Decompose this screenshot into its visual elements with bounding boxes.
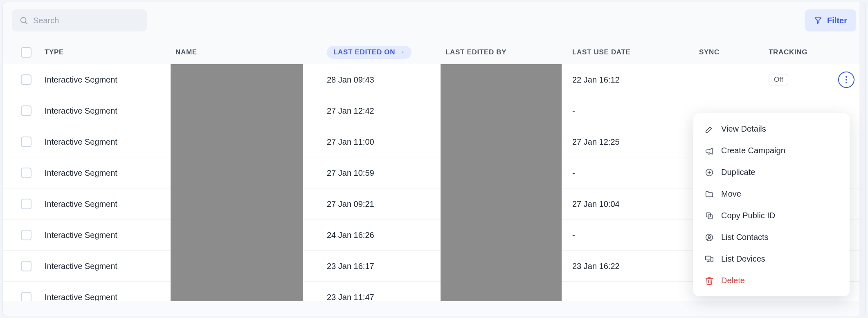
header-last-edited-on[interactable]: LAST EDITED ON <box>327 46 445 59</box>
scrollbar-track[interactable] <box>859 2 865 316</box>
menu-label: List Contacts <box>721 233 769 242</box>
cell-name <box>175 126 327 157</box>
menu-delete[interactable]: Delete <box>693 270 850 291</box>
folder-icon <box>705 190 714 199</box>
search-input[interactable] <box>33 16 139 25</box>
sort-pill-label: LAST EDITED ON <box>333 48 395 56</box>
cell-type: Interactive Segment <box>45 293 175 302</box>
cell-last-edited-on: 24 Jan 16:26 <box>327 231 445 240</box>
menu-label: Copy Public ID <box>721 211 775 220</box>
sort-pill[interactable]: LAST EDITED ON <box>327 46 412 59</box>
redacted-block <box>441 251 562 282</box>
cell-type: Interactive Segment <box>45 168 175 178</box>
filter-button[interactable]: Filter <box>805 9 856 31</box>
pencil-icon <box>705 125 714 134</box>
filter-label: Filter <box>827 16 847 25</box>
menu-label: Delete <box>721 276 745 285</box>
row-checkbox[interactable] <box>21 230 31 240</box>
cell-last-use-date: 27 Jan 10:04 <box>572 199 699 209</box>
header-tracking[interactable]: TRACKING <box>769 48 838 56</box>
devices-icon <box>705 255 714 264</box>
cell-last-edited-on: 27 Jan 12:42 <box>327 106 445 116</box>
cell-last-edited-by <box>445 126 572 157</box>
row-checkbox[interactable] <box>21 199 31 209</box>
table-row[interactable]: Interactive Segment 28 Jan 09:43 22 Jan … <box>3 64 865 95</box>
svg-rect-12 <box>711 258 713 262</box>
redacted-block <box>441 188 562 219</box>
header-type[interactable]: TYPE <box>45 48 175 56</box>
redacted-block <box>441 126 562 157</box>
row-context-menu: View Details Create Campaign Duplicate M… <box>693 113 850 296</box>
redacted-block <box>441 64 562 95</box>
redacted-block <box>171 282 303 301</box>
svg-rect-9 <box>706 256 711 260</box>
cell-name <box>175 157 327 188</box>
cell-last-use-date: 22 Jan 16:12 <box>572 75 699 85</box>
kebab-icon <box>846 76 847 83</box>
cell-last-edited-on: 27 Jan 10:59 <box>327 168 445 178</box>
svg-point-7 <box>706 234 713 241</box>
cell-name <box>175 188 327 219</box>
redacted-block <box>171 188 303 219</box>
redacted-block <box>171 64 303 95</box>
redacted-block <box>171 251 303 282</box>
cell-type: Interactive Segment <box>45 262 175 271</box>
row-checkbox[interactable] <box>21 105 31 116</box>
row-checkbox[interactable] <box>21 74 31 85</box>
segments-page: Filter TYPE NAME LAST EDITED ON LAST EDI… <box>2 2 866 316</box>
redacted-block <box>441 157 562 188</box>
header-name[interactable]: NAME <box>175 48 327 56</box>
cell-type: Interactive Segment <box>45 199 175 209</box>
menu-duplicate[interactable]: Duplicate <box>693 161 850 183</box>
menu-view-details[interactable]: View Details <box>693 118 850 140</box>
header-sync[interactable]: SYNC <box>699 48 769 56</box>
svg-line-1 <box>25 22 27 24</box>
select-all-checkbox[interactable] <box>21 47 31 58</box>
menu-copy-public-id[interactable]: Copy Public ID <box>693 205 850 226</box>
row-actions-button[interactable] <box>838 72 855 88</box>
row-checkbox[interactable] <box>21 168 31 178</box>
redacted-block <box>441 95 562 126</box>
cell-last-use-date: - <box>572 168 699 178</box>
copy-icon <box>705 211 714 220</box>
cell-last-use-date: - <box>572 106 699 116</box>
filter-icon <box>814 16 823 25</box>
row-checkbox[interactable] <box>21 137 31 147</box>
cell-last-edited-by <box>445 188 572 219</box>
cell-type: Interactive Segment <box>45 106 175 116</box>
cell-tracking: Off <box>769 74 838 85</box>
cell-name <box>175 64 327 95</box>
chevron-down-icon <box>401 50 405 54</box>
search-icon <box>19 16 28 25</box>
redacted-block <box>171 126 303 157</box>
menu-move[interactable]: Move <box>693 183 850 205</box>
cell-name <box>175 219 327 251</box>
redacted-block <box>441 219 562 251</box>
menu-create-campaign[interactable]: Create Campaign <box>693 140 850 161</box>
search-box[interactable] <box>12 9 147 31</box>
header-last-edited-by[interactable]: LAST EDITED BY <box>445 48 572 56</box>
menu-label: Duplicate <box>721 168 755 177</box>
cell-last-edited-on: 23 Jan 16:17 <box>327 262 445 271</box>
header-last-use-date[interactable]: LAST USE DATE <box>572 48 699 56</box>
cell-type: Interactive Segment <box>45 231 175 240</box>
menu-list-devices[interactable]: List Devices <box>693 248 850 270</box>
duplicate-icon <box>705 168 714 177</box>
row-checkbox[interactable] <box>21 292 31 301</box>
tracking-pill[interactable]: Off <box>769 74 788 85</box>
menu-list-contacts[interactable]: List Contacts <box>693 226 850 248</box>
row-checkbox[interactable] <box>21 261 31 271</box>
toolbar: Filter <box>3 2 865 31</box>
cell-last-edited-by <box>445 64 572 95</box>
user-icon <box>705 233 714 242</box>
cell-last-edited-on: 27 Jan 11:00 <box>327 137 445 147</box>
cell-last-edited-on: 27 Jan 09:21 <box>327 199 445 209</box>
menu-label: Move <box>721 189 741 199</box>
megaphone-icon <box>705 146 714 155</box>
cell-type: Interactive Segment <box>45 137 175 147</box>
svg-point-8 <box>708 235 711 238</box>
redacted-block <box>171 219 303 251</box>
menu-label: Create Campaign <box>721 146 785 155</box>
table-header-row: TYPE NAME LAST EDITED ON LAST EDITED BY … <box>3 40 865 64</box>
menu-label: List Devices <box>721 254 765 264</box>
